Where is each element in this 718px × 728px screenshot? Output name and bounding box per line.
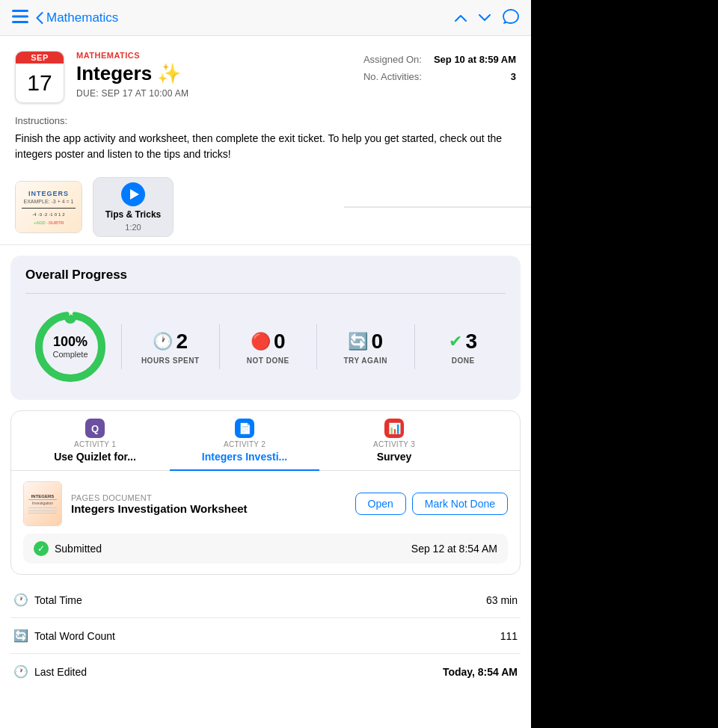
last-edited-icon: 🕐	[13, 664, 28, 679]
activity1-num: ACTIVITY 1	[74, 440, 116, 448]
total-time-value: 63 min	[486, 594, 518, 606]
attachments-row: INTEGERS EXAMPLE: -3 + 4 = 1 -4-3-2-1012…	[0, 170, 531, 245]
document-actions: Open Mark Not Done	[355, 493, 508, 515]
activity3-name: Survey	[377, 451, 412, 463]
assignment-due: DUE: SEP 17 AT 10:00 AM	[76, 88, 352, 99]
mark-not-done-button[interactable]: Mark Not Done	[412, 493, 508, 515]
video-duration: 1:20	[125, 223, 141, 232]
svg-rect-0	[12, 10, 28, 12]
assignment-subject: Mathematics	[76, 51, 352, 60]
open-button[interactable]: Open	[355, 493, 406, 515]
instructions-section: Instructions: Finish the app activity an…	[0, 111, 531, 170]
metric-last-edited: 🕐 Last Edited Today, 8:54 AM	[10, 654, 521, 689]
svg-text:★: ★	[67, 309, 75, 317]
progress-stats: ★ 100% Complete 🕐 2 HOURS SPENT	[25, 306, 506, 388]
assignment-info: Mathematics Integers ✨ DUE: SEP 17 AT 10…	[76, 51, 352, 99]
stat-divider-3	[316, 324, 317, 369]
document-thumbnail: INTEGERS Investigation	[23, 481, 62, 526]
stat-done: ✔ 3 DONE	[421, 330, 506, 365]
chevron-down-icon[interactable]	[479, 10, 491, 25]
submitted-left: ✓ Submitted	[34, 541, 102, 556]
submitted-row: ✓ Submitted Sep 12 at 8:54 AM	[23, 534, 508, 564]
activity2-icon: 📄	[235, 419, 254, 438]
activity2-num: ACTIVITY 2	[224, 440, 266, 448]
clock-icon: 🕐	[153, 332, 173, 351]
assigned-on-label: Assigned On:	[363, 54, 422, 65]
comment-icon[interactable]	[503, 8, 519, 28]
svg-rect-2	[12, 21, 28, 23]
activity3-num: ACTIVITY 3	[373, 440, 415, 448]
activity3-icon: 📊	[384, 419, 404, 438]
activities-section: Q ACTIVITY 1 Use Quizlet for... 📄 ACTIVI…	[10, 410, 521, 575]
no-activities-label: No. Activities:	[363, 71, 422, 82]
video-title: Tips & Tricks	[105, 209, 161, 220]
last-edited-label: Last Edited	[34, 666, 87, 678]
nav-left: Mathematics	[12, 10, 118, 26]
done-icon: ✔	[449, 332, 462, 351]
total-time-label: Total Time	[34, 594, 82, 606]
sidebar-toggle[interactable]	[12, 10, 28, 26]
last-edited-value: Today, 8:54 AM	[443, 666, 518, 678]
svg-rect-1	[12, 15, 28, 17]
stat-try-again: 🔄 0 TRY AGAIN	[323, 330, 408, 365]
donut-percent: 100%	[52, 335, 88, 350]
progress-title: Overall Progress	[25, 268, 506, 283]
document-type: PAGES DOCUMENT	[71, 493, 346, 502]
stat-divider-1	[121, 324, 122, 369]
donut-chart: ★ 100% Complete	[25, 306, 115, 388]
assignment-header: SEP 17 Mathematics Integers ✨ DUE: SEP 1…	[0, 36, 531, 111]
word-count-value: 111	[500, 630, 518, 642]
activities-tabs: Q ACTIVITY 1 Use Quizlet for... 📄 ACTIVI…	[11, 411, 520, 471]
title-emoji: ✨	[157, 62, 181, 84]
submitted-label: Submitted	[55, 543, 102, 555]
assignment-title: Integers ✨	[76, 62, 352, 85]
section-divider	[344, 207, 531, 208]
progress-divider	[25, 293, 506, 294]
try-again-icon: 🔄	[348, 332, 368, 351]
chevron-up-icon[interactable]	[455, 10, 467, 25]
stat-hours-spent: 🕐 2 HOURS SPENT	[128, 330, 213, 365]
donut-complete: Complete	[52, 350, 88, 359]
integers-poster-thumb[interactable]: INTEGERS EXAMPLE: -3 + 4 = 1 -4-3-2-1012…	[15, 181, 82, 233]
word-count-icon: 🔄	[13, 629, 28, 643]
calendar-badge: SEP 17	[15, 51, 64, 103]
assigned-on-value: Sep 10 at 8:59 AM	[434, 54, 516, 65]
play-button[interactable]	[121, 182, 145, 206]
document-name: Integers Investigation Worksheet	[71, 502, 346, 515]
assigned-on-row: Assigned On: Sep 10 at 8:59 AM	[363, 54, 516, 65]
activity1-name: Use Quizlet for...	[54, 451, 136, 463]
activity1-icon: Q	[85, 419, 105, 438]
nav-right	[455, 8, 519, 28]
not-done-icon: 🔴	[251, 332, 271, 351]
progress-section: Overall Progress ★ 100% Complete	[10, 256, 521, 400]
submitted-time: Sep 12 at 8:54 AM	[411, 543, 497, 555]
back-label: Mathematics	[46, 10, 118, 25]
activity-tab-3[interactable]: 📊 ACTIVITY 3 Survey	[319, 411, 469, 470]
instructions-text: Finish the app activity and worksheet, t…	[15, 131, 516, 162]
right-panel	[531, 0, 718, 728]
submitted-check-icon: ✓	[34, 541, 49, 556]
activity-tab-2[interactable]: 📄 ACTIVITY 2 Integers Investi...	[170, 411, 319, 470]
stat-divider-4	[414, 324, 415, 369]
calendar-day: 17	[16, 64, 64, 102]
document-info: PAGES DOCUMENT Integers Investigation Wo…	[71, 493, 346, 515]
stat-divider-2	[219, 324, 220, 369]
stat-not-done: 🔴 0 NOT DONE	[226, 330, 311, 365]
metric-word-count: 🔄 Total Word Count 111	[10, 618, 521, 654]
no-activities-value: 3	[511, 71, 516, 82]
instructions-label: Instructions:	[15, 115, 516, 126]
word-count-label: Total Word Count	[34, 630, 115, 642]
content-area: SEP 17 Mathematics Integers ✨ DUE: SEP 1…	[0, 36, 531, 728]
metric-total-time: 🕐 Total Time 63 min	[10, 582, 521, 618]
activity-content: INTEGERS Investigation PAGES DOCUMENT In…	[11, 471, 520, 574]
video-attachment[interactable]: Tips & Tricks 1:20	[93, 177, 174, 237]
total-time-icon: 🕐	[13, 593, 28, 607]
top-nav: Mathematics	[0, 0, 531, 36]
activity2-name: Integers Investi...	[202, 451, 287, 463]
metrics-section: 🕐 Total Time 63 min 🔄 Total Word Count 1…	[10, 582, 521, 689]
assignment-meta: Assigned On: Sep 10 at 8:59 AM No. Activ…	[363, 51, 516, 82]
activity-tab-1[interactable]: Q ACTIVITY 1 Use Quizlet for...	[20, 411, 170, 470]
no-activities-row: No. Activities: 3	[363, 71, 516, 82]
document-row: INTEGERS Investigation PAGES DOCUMENT In…	[23, 481, 508, 526]
back-button[interactable]: Mathematics	[36, 10, 118, 25]
